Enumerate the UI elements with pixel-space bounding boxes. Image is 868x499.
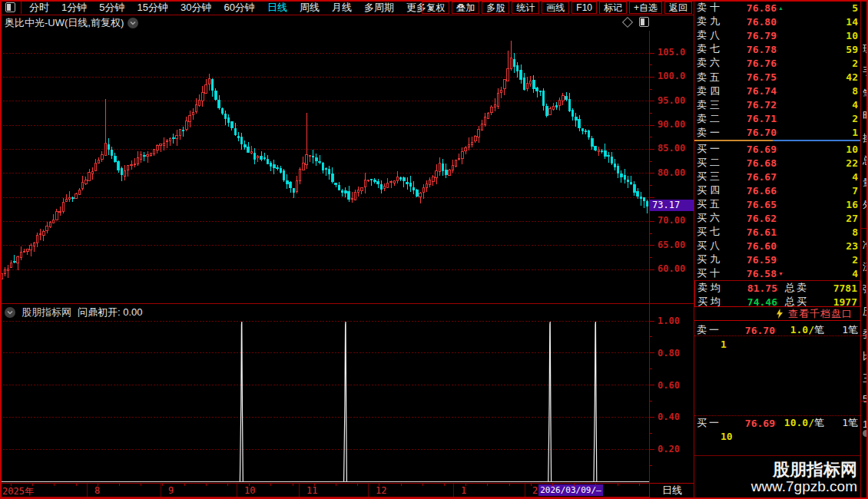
clipped-tab-char[interactable]: 量 bbox=[863, 176, 868, 190]
sell-level-row[interactable]: 卖九76.8014 bbox=[694, 15, 860, 28]
view-level2-link[interactable]: 查看千档盘口 bbox=[788, 307, 853, 321]
clipped-tab-char[interactable]: 比 bbox=[863, 349, 868, 363]
sell-level-row[interactable]: 卖七76.7859 bbox=[694, 42, 860, 56]
level-price: 76.72 bbox=[732, 99, 777, 111]
level-label: 买十 bbox=[697, 266, 732, 280]
sell-level-row[interactable]: 卖一76.701 bbox=[694, 126, 860, 140]
clipped-tab-char[interactable]: 换 bbox=[863, 131, 868, 145]
tick-label: 买一 bbox=[697, 416, 729, 430]
clipped-tab-char[interactable]: 流 bbox=[863, 260, 868, 274]
period-box[interactable]: 日线 bbox=[649, 483, 695, 498]
clipped-tab-char[interactable]: 压 bbox=[863, 305, 868, 319]
period-tab[interactable]: 30分钟 bbox=[181, 1, 211, 15]
month-label: 12 bbox=[376, 485, 386, 496]
buy-level-row[interactable]: 买十76.58▼4 bbox=[694, 266, 860, 280]
sell-level-row[interactable]: 卖四76.748 bbox=[694, 84, 860, 98]
lightning-icon bbox=[777, 309, 783, 319]
buy-level-row[interactable]: 买九76.592 bbox=[694, 253, 860, 266]
period-tab[interactable]: 月线 bbox=[332, 1, 352, 15]
buy-level-row[interactable]: 买三76.674 bbox=[694, 170, 860, 183]
axis-tick bbox=[293, 484, 293, 486]
toolbar-button[interactable]: 标记 bbox=[599, 2, 627, 14]
tick-sell-row[interactable]: 卖一76.701.0/笔1笔 bbox=[694, 323, 860, 336]
candlestick-chart[interactable] bbox=[0, 31, 694, 303]
clipped-tab-char[interactable]: 外 bbox=[863, 198, 868, 212]
tick-buy-qty: 10 bbox=[694, 431, 860, 442]
level-label: 卖二 bbox=[697, 112, 732, 126]
toolbar-button[interactable]: +自选 bbox=[629, 2, 662, 14]
tick-per-trade: 10.0/笔 bbox=[775, 416, 824, 430]
toolbar-button[interactable]: 多股 bbox=[482, 2, 509, 14]
clipped-tab-char[interactable]: 笔 bbox=[863, 87, 868, 101]
diamond-icon[interactable] bbox=[622, 16, 633, 27]
clipped-tab-char[interactable]: 强 bbox=[863, 283, 868, 296]
buy-level-row[interactable]: 买二76.6822 bbox=[694, 156, 860, 170]
clipped-tab-char[interactable]: 时 bbox=[863, 109, 868, 123]
axis-tick bbox=[227, 484, 228, 486]
sell-level-row[interactable]: 卖五76.7542 bbox=[694, 70, 860, 84]
clipped-tab-char[interactable]: 净 bbox=[863, 238, 868, 252]
toolbar-button[interactable]: F10 bbox=[571, 2, 597, 14]
clipped-tab-char[interactable]: 总 bbox=[863, 154, 868, 167]
toolbar-button[interactable]: 返回 bbox=[664, 2, 692, 14]
axis-tick bbox=[552, 484, 553, 486]
sell-level-row[interactable]: 卖十76.86▲5 bbox=[694, 1, 860, 15]
price-axis-label: 70.00 bbox=[658, 215, 693, 226]
period-tab[interactable]: 多周期 bbox=[364, 1, 394, 15]
toolbar-button[interactable]: 复权 bbox=[422, 2, 449, 14]
month-label: 1 bbox=[461, 485, 466, 496]
toolbar-button[interactable]: 画线 bbox=[542, 2, 569, 14]
axis-tick bbox=[509, 484, 510, 486]
toolbar-button[interactable]: 统计 bbox=[512, 2, 539, 14]
buy-level-row[interactable]: 买八76.6023 bbox=[694, 239, 860, 253]
period-tab[interactable]: 1分钟 bbox=[61, 1, 87, 15]
level-price: 76.86 bbox=[732, 2, 777, 14]
buy-level-row[interactable]: 买七76.618 bbox=[694, 225, 860, 239]
sell-level-row[interactable]: 卖三76.724 bbox=[694, 98, 860, 112]
layout-toggle-button[interactable] bbox=[0, 0, 22, 14]
clipped-tab-char[interactable]: 现 bbox=[863, 42, 868, 56]
period-tab[interactable]: 周线 bbox=[300, 1, 320, 15]
sell-level-row[interactable]: 卖八76.7910 bbox=[694, 28, 860, 42]
axis-tick bbox=[11, 484, 12, 486]
clipped-tab-char[interactable]: 三 bbox=[863, 372, 868, 385]
axis-tick bbox=[206, 484, 207, 486]
buy-level-row[interactable]: 买四76.667 bbox=[694, 183, 860, 197]
buy-level-row[interactable]: 买五76.6516 bbox=[694, 197, 860, 211]
axis-cell-line bbox=[299, 484, 300, 497]
clipped-tab-char[interactable]: 手 bbox=[863, 64, 868, 78]
axis-cell-line bbox=[453, 484, 454, 497]
stock-title-row: 奥比中光-UW(日线,前复权) bbox=[5, 16, 138, 30]
clipped-tab-char[interactable]: 5 bbox=[863, 393, 868, 405]
chevron-down-icon[interactable] bbox=[128, 18, 138, 28]
period-tab[interactable]: 分时 bbox=[29, 1, 49, 15]
axis-tick bbox=[639, 484, 640, 486]
buy-level-row[interactable]: 买六76.6227 bbox=[694, 211, 860, 225]
level2-link-bar[interactable]: 查看千档盘口 bbox=[694, 306, 860, 321]
period-tab[interactable]: 60分钟 bbox=[224, 1, 254, 15]
clipped-tab-char[interactable]: 1 bbox=[863, 418, 868, 430]
clipped-tab-char[interactable]: 委 bbox=[863, 327, 868, 341]
indicator-chart[interactable] bbox=[0, 320, 694, 483]
indicator-axis-label: 0.80 bbox=[658, 348, 693, 359]
axis-tick bbox=[422, 484, 423, 486]
sell-level-row[interactable]: 卖二76.712 bbox=[694, 112, 860, 126]
level-volume: 1 bbox=[789, 127, 858, 138]
tick-buy-row[interactable]: 买一76.6910.0/笔1笔 bbox=[694, 415, 860, 428]
app-window: 分时1分钟5分钟15分钟30分钟60分钟日线周线月线多周期更多 › 复权叠加多股… bbox=[0, 0, 868, 499]
tick-sell-qty: 1 bbox=[694, 339, 860, 350]
sell-level-row[interactable]: 卖六76.762 bbox=[694, 56, 860, 70]
level-price: 76.65 bbox=[732, 199, 777, 210]
period-tab[interactable]: 5分钟 bbox=[99, 1, 124, 15]
level-volume: 4 bbox=[789, 99, 858, 111]
period-tab[interactable]: 15分钟 bbox=[137, 1, 167, 15]
period-tab[interactable]: 日线 bbox=[267, 1, 287, 15]
level-label: 卖五 bbox=[697, 71, 732, 84]
chevron-down-icon[interactable] bbox=[5, 307, 15, 318]
strip-divider bbox=[861, 401, 868, 402]
buy-level-row[interactable]: 买一76.6910 bbox=[694, 142, 860, 156]
toolbar-button[interactable]: 叠加 bbox=[452, 2, 479, 14]
axis-cell-line bbox=[368, 484, 369, 497]
split-view-icon[interactable] bbox=[639, 17, 649, 27]
tick-count: 1笔 bbox=[824, 416, 858, 430]
